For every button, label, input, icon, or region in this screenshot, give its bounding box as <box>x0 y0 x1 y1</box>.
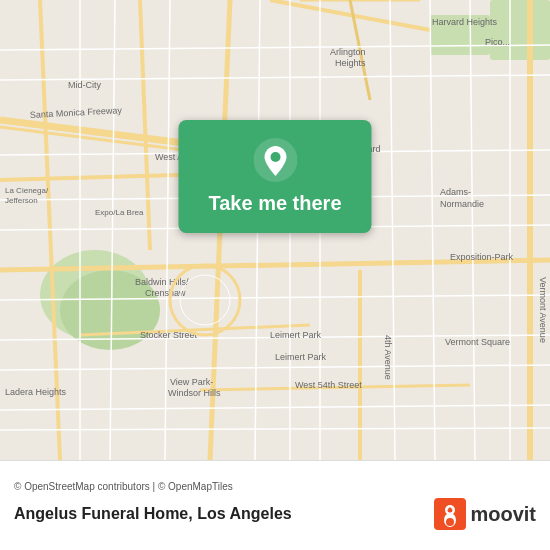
svg-text:Harvard Heights: Harvard Heights <box>432 17 498 27</box>
map-attribution: © OpenStreetMap contributors | © OpenMap… <box>14 481 536 492</box>
cta-card[interactable]: Take me there <box>178 120 371 233</box>
svg-text:View Park-: View Park- <box>170 377 213 387</box>
svg-point-76 <box>452 508 454 510</box>
svg-text:Heights: Heights <box>335 58 366 68</box>
svg-text:La Cienega/: La Cienega/ <box>5 186 49 195</box>
svg-text:Expo/La Brea: Expo/La Brea <box>95 208 144 217</box>
svg-text:Normandie: Normandie <box>440 199 484 209</box>
svg-text:Vermont Square: Vermont Square <box>445 337 510 347</box>
svg-text:Baldwin Hills/: Baldwin Hills/ <box>135 277 189 287</box>
svg-text:Windsor Hills: Windsor Hills <box>168 388 221 398</box>
cta-button-label: Take me there <box>208 192 341 215</box>
map-container: Santa Monica Freeway Harvard Heights Arl… <box>0 0 550 460</box>
svg-text:Leimert Park: Leimert Park <box>275 352 327 362</box>
svg-point-69 <box>270 152 280 162</box>
svg-rect-3 <box>490 0 550 60</box>
location-name: Angelus Funeral Home, Los Angeles <box>14 505 292 523</box>
bottom-content: Angelus Funeral Home, Los Angeles moovit <box>14 498 536 530</box>
svg-text:Mid-City: Mid-City <box>68 80 101 90</box>
bottom-bar: © OpenStreetMap contributors | © OpenMap… <box>0 460 550 550</box>
svg-text:Pico...: Pico... <box>485 37 510 47</box>
svg-text:Jefferson: Jefferson <box>5 196 38 205</box>
svg-text:4th Avenue: 4th Avenue <box>383 335 393 380</box>
svg-text:Leimert Park: Leimert Park <box>270 330 322 340</box>
moovit-brand-icon <box>434 498 466 530</box>
svg-point-75 <box>447 508 449 510</box>
svg-text:West 54th Street: West 54th Street <box>295 380 362 390</box>
svg-text:Exposition-Park: Exposition-Park <box>450 252 514 262</box>
moovit-logo: moovit <box>434 498 536 530</box>
location-pin-icon <box>253 138 297 182</box>
svg-text:Ladera Heights: Ladera Heights <box>5 387 67 397</box>
moovit-brand-text: moovit <box>470 503 536 526</box>
svg-text:Adams-: Adams- <box>440 187 471 197</box>
svg-point-74 <box>446 518 454 526</box>
svg-text:Vermont Avenue: Vermont Avenue <box>538 277 548 343</box>
svg-text:Arlington: Arlington <box>330 47 366 57</box>
